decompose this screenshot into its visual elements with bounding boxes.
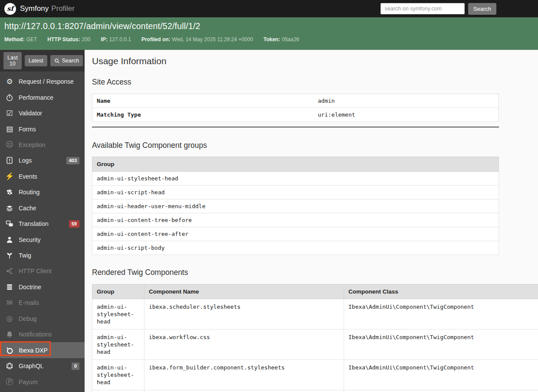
top-bar: sf Symfony Profiler Search [0, 0, 538, 17]
table-row: admin-ui-script-head [92, 186, 499, 199]
request-meta: Method:GET HTTP Status:200 IP:127.0.0.1 … [4, 36, 534, 42]
clipboard-icon: ▤ [4, 125, 15, 133]
table-row: admin-ui-content-tree-after [92, 227, 499, 241]
twig-groups-heading: Available Twig Component groups [92, 141, 538, 150]
sidebar-item-security[interactable]: Security [0, 232, 85, 247]
logs-count-badge: 403 [66, 157, 79, 164]
translation-count-badge: 59 [69, 220, 79, 228]
latest-button[interactable]: Latest [25, 55, 47, 66]
table-row: Matching Type uri:element [92, 108, 499, 122]
sidebar-menu: ⚙ Request / Response Performance ☑ Valid… [0, 74, 85, 390]
sidebar-item-doctrine[interactable]: Doctrine [0, 279, 85, 295]
search-shortcut-button[interactable]: Search [50, 55, 83, 66]
meta-ip: IP:127.0.0.1 [101, 36, 131, 42]
column-header-component-name: Component Name [144, 284, 344, 299]
last-10-button[interactable]: Last 10 [3, 52, 22, 69]
sidebar-item-ibexa-dxp[interactable]: Ibexa DXP [0, 342, 85, 358]
table-row: admin-ui-stylesheet-head ibexa.form_buil… [92, 360, 538, 390]
site-access-key: Name [92, 94, 314, 108]
symfony-search-input[interactable] [381, 3, 465, 14]
profiled-url[interactable]: http://127.0.0.1:8207/admin/view/content… [4, 21, 534, 31]
signpost-icon [4, 188, 15, 196]
magnifier-icon [54, 58, 60, 64]
database-icon [4, 283, 15, 291]
section-divider [92, 127, 499, 127]
sidebar-item-translation[interactable]: Translation 59 [0, 216, 85, 232]
ibexa-logo-icon [4, 346, 15, 355]
meta-token: Token:05aa26 [263, 36, 299, 42]
page-title: Usage Information [92, 56, 538, 66]
sidebar-item-debug: ◎ Debug [0, 311, 85, 327]
sidebar-item-graphql[interactable]: GraphQL 0 [0, 358, 85, 374]
table-row: admin-ui-stylesheet-head ibexa.workflow.… [92, 330, 538, 360]
layers-icon [4, 204, 15, 212]
plant-icon [4, 252, 15, 259]
table-header-row: Group Component Name Component Class [92, 284, 538, 299]
sidebar-item-request-response[interactable]: ⚙ Request / Response [0, 74, 85, 89]
sidebar-shortcuts: Last 10 Latest Search [0, 50, 85, 72]
rendered-components-heading: Rendered Twig Components [92, 268, 538, 277]
table-row: admin-ui-stylesheet-head [92, 172, 499, 186]
table-row: admin-ui-stylesheet-head ibexa.scheduler… [92, 299, 538, 330]
site-access-key: Matching Type [92, 108, 314, 122]
table-row: admin-ui-header-user-menu-middle [92, 199, 499, 213]
request-summary-bar: http://127.0.0.1:8207/admin/view/content… [0, 17, 538, 50]
column-header-group: Group [92, 284, 144, 299]
symfony-profiler-window: sf Symfony Profiler Search http://127.0.… [0, 0, 538, 392]
panel-content: Usage Information Site Access Name admin… [85, 50, 538, 392]
graphql-count-badge: 0 [72, 363, 79, 370]
site-access-heading: Site Access [92, 78, 538, 87]
sidebar-item-twig[interactable]: Twig [0, 248, 85, 263]
gears-icon: ⚙ [4, 78, 15, 85]
meta-method: Method:GET [4, 36, 37, 42]
sidebar-item-routing[interactable]: Routing [0, 184, 85, 200]
table-row: Name admin [92, 94, 499, 108]
stopwatch-icon [4, 94, 15, 101]
payum-p-icon: Ⓟ [4, 378, 15, 385]
table-row-partial [92, 390, 538, 392]
symfony-search-button[interactable]: Search [468, 3, 496, 15]
rendered-components-table: Group Component Name Component Class adm… [92, 284, 538, 392]
sidebar-item-logs[interactable]: Logs 403 [0, 153, 85, 168]
target-icon: ◎ [4, 315, 15, 322]
speech-bubbles-icon [4, 220, 15, 228]
table-row: admin-ui-content-tree-before [92, 213, 499, 227]
checkbox-icon: ☑ [4, 110, 15, 117]
sidebar-item-events[interactable]: ⚡ Events [0, 169, 85, 184]
sidebar-item-emails: ✉ E-mails [0, 295, 85, 310]
person-icon [4, 236, 15, 244]
meta-http-status: HTTP Status:200 [47, 36, 90, 42]
site-access-value: admin [314, 94, 499, 108]
sidebar-item-http-client: HTTP Client [0, 263, 85, 279]
envelope-icon: ✉ [4, 299, 15, 307]
nodes-icon [4, 267, 15, 275]
sidebar-item-exception: ☹ Exception [0, 137, 85, 153]
sidebar-item-forms[interactable]: ▤ Forms [0, 121, 85, 137]
meta-profiled-on: Profiled on:Wed, 14 May 2025 11:29:24 +0… [141, 36, 253, 42]
brand-name: Symfony [20, 4, 49, 13]
table-header-row: Group [92, 157, 499, 172]
page-name: Profiler [51, 4, 75, 13]
twig-groups-table: Group admin-ui-stylesheet-head admin-ui-… [92, 157, 499, 255]
log-book-icon [4, 157, 15, 164]
site-access-value: uri:element [314, 108, 499, 122]
ghost-icon: ☹ [4, 141, 15, 148]
bell-icon [4, 330, 15, 338]
sidebar-item-performance[interactable]: Performance [0, 89, 85, 105]
sidebar-item-validator[interactable]: ☑ Validator [0, 105, 85, 121]
symfony-logo-icon: sf [4, 3, 16, 15]
graphql-hexagon-icon [4, 362, 15, 370]
table-row: admin-ui-script-body [92, 241, 499, 255]
column-header-component-class: Component Class [344, 284, 538, 299]
sidebar-item-notifications: Notifications [0, 327, 85, 342]
site-access-table: Name admin Matching Type uri:element [92, 94, 499, 122]
column-header-group: Group [92, 157, 499, 172]
broadcast-icon: ⚡ [4, 173, 15, 180]
profiler-sidebar: Last 10 Latest Search ⚙ Request / Respon… [0, 50, 85, 392]
sidebar-item-cache[interactable]: Cache [0, 200, 85, 216]
sidebar-item-payum: Ⓟ Payum [0, 374, 85, 389]
